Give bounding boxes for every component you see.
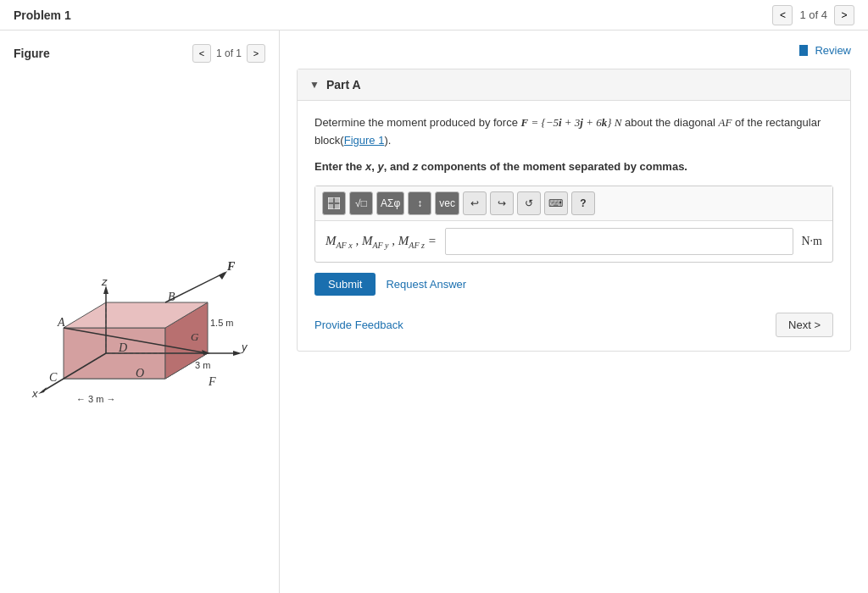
main-layout: Figure < 1 of 1 > [0, 30, 868, 593]
help-button[interactable]: ? [571, 191, 595, 215]
figure-title: Figure [14, 47, 50, 60]
svg-text:z: z [101, 275, 108, 288]
reset-button[interactable]: ↺ [517, 191, 541, 215]
figure-link[interactable]: Figure 1 [344, 134, 385, 147]
svg-marker-10 [233, 351, 242, 356]
figure-diagram: A B C D O F F G z y x [25, 243, 254, 413]
svg-rect-32 [335, 197, 340, 202]
action-row: Submit Request Answer [314, 273, 833, 296]
svg-marker-12 [38, 387, 47, 394]
instruction-text: Enter the x, y, and z components of the … [314, 158, 833, 176]
feedback-link[interactable]: Provide Feedback [314, 319, 403, 331]
next-problem-button[interactable]: > [834, 5, 854, 25]
prev-problem-button[interactable]: < [772, 5, 793, 25]
prev-figure-button[interactable]: < [192, 44, 211, 63]
math-equation-label: MAF x , MAF y , MAF z = [326, 234, 437, 250]
header: Problem 1 < 1 of 4 > [0, 0, 868, 30]
part-a-section: ▼ Part A Determine the moment produced b… [297, 69, 851, 352]
header-navigation: < 1 of 4 > [772, 5, 854, 25]
svg-text:3 m: 3 m [195, 360, 210, 370]
math-toolbar: √□ ΑΣφ ↕ vec ↩ ↪ ↺ ⌨ ? [315, 186, 832, 221]
next-button[interactable]: Next > [776, 313, 833, 337]
undo-button[interactable]: ↩ [463, 191, 487, 215]
review-link[interactable]: Review [799, 44, 851, 57]
sqrt-button[interactable]: √□ [349, 191, 373, 215]
problem-statement: Determine the moment produced by force F… [314, 114, 833, 150]
diagonal-label: AF [719, 116, 732, 129]
force-formula: F = {−5i + 3j + 6k} N [521, 116, 622, 129]
math-input-row: MAF x , MAF y , MAF z = N·m [315, 221, 832, 262]
svg-text:A: A [57, 316, 65, 329]
figure-area: A B C D O F F G z y x [14, 76, 265, 579]
problem-title: Problem 1 [14, 8, 71, 22]
review-icon [799, 45, 808, 56]
problem-count: 1 of 4 [799, 8, 827, 21]
part-a-header: ▼ Part A [298, 69, 850, 101]
svg-text:x: x [31, 387, 38, 400]
right-panel: Review ▼ Part A Determine the moment pro… [280, 30, 868, 593]
svg-text:G: G [191, 330, 199, 343]
greek-button[interactable]: ΑΣφ [376, 191, 404, 215]
figure-navigation: < 1 of 1 > [192, 44, 265, 63]
updown-button[interactable]: ↕ [408, 191, 431, 215]
svg-text:←  3 m  →: ← 3 m → [76, 394, 115, 404]
next-figure-button[interactable]: > [247, 44, 265, 63]
submit-button[interactable]: Submit [314, 273, 376, 296]
svg-marker-16 [219, 271, 227, 280]
review-section: Review [297, 44, 851, 58]
svg-text:B: B [168, 291, 175, 303]
svg-text:1.5 m: 1.5 m [210, 318, 234, 328]
bottom-row: Provide Feedback Next > [314, 313, 833, 337]
matrix-button[interactable] [322, 191, 346, 215]
part-a-label: Part A [326, 78, 361, 91]
part-toggle[interactable]: ▼ [309, 79, 320, 91]
keyboard-button[interactable]: ⌨ [544, 191, 568, 215]
figure-count: 1 of 1 [216, 47, 242, 59]
figure-header: Figure < 1 of 1 > [14, 44, 265, 63]
svg-text:F: F [208, 375, 216, 388]
vec-button[interactable]: vec [435, 191, 459, 215]
request-answer-link[interactable]: Request Answer [386, 278, 466, 291]
svg-text:O: O [136, 367, 144, 380]
left-panel: Figure < 1 of 1 > [0, 30, 280, 593]
answer-input[interactable] [445, 228, 793, 255]
svg-rect-31 [328, 197, 333, 202]
input-section: √□ ΑΣφ ↕ vec ↩ ↪ ↺ ⌨ ? MAF x , MAF y , M… [314, 186, 833, 263]
svg-text:y: y [241, 341, 248, 353]
svg-rect-33 [328, 204, 333, 209]
svg-text:C: C [49, 371, 58, 384]
svg-text:D: D [118, 341, 127, 354]
svg-rect-34 [335, 204, 340, 209]
unit-label: N·m [802, 235, 823, 248]
part-a-body: Determine the moment produced by force F… [298, 101, 850, 351]
svg-text:F: F [226, 260, 236, 273]
redo-button[interactable]: ↪ [490, 191, 514, 215]
